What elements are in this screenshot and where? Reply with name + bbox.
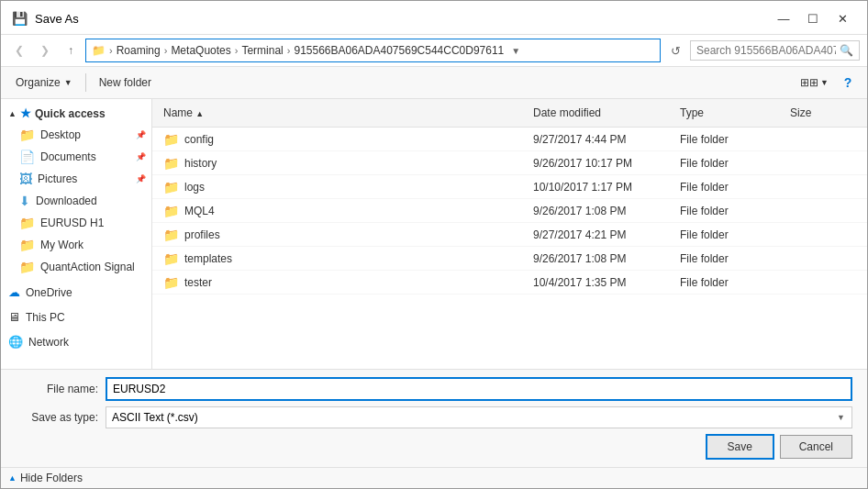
quick-access-section: ▲ ★ Quick access 📁 Desktop 📌 📄 Documents…	[1, 103, 151, 278]
file-size	[786, 208, 860, 214]
sidebar-item-thispc-label: This PC	[26, 311, 65, 324]
pictures-pin-icon: 📌	[136, 174, 146, 183]
file-type: File folder	[676, 178, 786, 196]
file-size	[786, 137, 860, 142]
quantaction-folder-icon: 📁	[19, 260, 35, 274]
file-type: File folder	[676, 202, 786, 220]
file-date: 10/10/2017 1:17 PM	[529, 178, 676, 196]
sidebar-item-network-label: Network	[28, 336, 69, 349]
maximize-button[interactable]: ☐	[799, 8, 827, 28]
filename-input-wrap	[106, 377, 852, 401]
file-name: logs	[184, 181, 205, 194]
sidebar-item-desktop[interactable]: 📁 Desktop 📌	[1, 124, 151, 146]
file-folder-icon: 📁	[163, 251, 179, 266]
sort-arrow-icon: ▲	[195, 109, 204, 118]
dialog-icon: 💾	[12, 11, 28, 26]
file-folder-icon: 📁	[163, 228, 179, 242]
sidebar-item-pictures[interactable]: 🖼 Pictures 📌	[1, 168, 151, 190]
file-folder-icon: 📁	[163, 132, 179, 147]
sidebar-item-onedrive[interactable]: ☁ OneDrive	[1, 282, 151, 303]
hide-folders-label: Hide Folders	[20, 472, 83, 484]
table-row[interactable]: 📁 logs 10/10/2017 1:17 PM File folder	[152, 175, 867, 199]
col-size[interactable]: Size	[786, 103, 860, 123]
table-row[interactable]: 📁 history 9/26/2017 10:17 PM File folder	[152, 151, 867, 175]
table-row[interactable]: 📁 config 9/27/2017 4:44 PM File folder	[152, 128, 867, 151]
up-button[interactable]: ↑	[60, 39, 82, 61]
col-date[interactable]: Date modified	[529, 103, 676, 123]
quick-access-header[interactable]: ▲ ★ Quick access	[1, 103, 151, 124]
sidebar-item-downloaded[interactable]: ⬇ Downloaded	[1, 190, 151, 212]
sidebar-item-thispc[interactable]: 🖥 This PC	[1, 306, 151, 328]
search-box[interactable]: 🔍	[690, 40, 860, 61]
documents-folder-icon: 📄	[19, 150, 35, 164]
desktop-pin-icon: 📌	[136, 130, 146, 139]
sidebar-item-mywork[interactable]: 📁 My Work	[1, 234, 151, 256]
save-as-dialog: 💾 Save As — ☐ ✕ ❮ ❯ ↑ 📁 › Roaming › Meta…	[0, 0, 868, 489]
path-dropdown-icon[interactable]: ▼	[511, 46, 520, 56]
filename-row: File name:	[16, 377, 852, 401]
refresh-button[interactable]: ↺	[664, 39, 686, 61]
sidebar-item-documents-label: Documents	[40, 150, 96, 163]
path-terminal[interactable]: Terminal	[241, 44, 283, 57]
saveas-select-wrap: ASCII Text (*.csv)	[106, 406, 852, 428]
toolbar-separator	[85, 73, 86, 92]
file-type: File folder	[676, 226, 786, 244]
col-name[interactable]: Name ▲	[160, 103, 529, 123]
table-row[interactable]: 📁 templates 9/26/2017 1:08 PM File folde…	[152, 247, 867, 271]
hide-folders-button[interactable]: ▲ Hide Folders	[1, 467, 867, 488]
forward-button[interactable]: ❯	[34, 39, 56, 61]
sidebar-item-documents[interactable]: 📄 Documents 📌	[1, 146, 151, 168]
table-row[interactable]: 📁 MQL4 9/26/2017 1:08 PM File folder	[152, 199, 867, 223]
file-name: config	[184, 133, 214, 146]
close-button[interactable]: ✕	[829, 8, 856, 28]
new-folder-label: New folder	[99, 76, 151, 89]
file-folder-icon: 📁	[163, 180, 179, 194]
new-folder-button[interactable]: New folder	[92, 72, 159, 93]
help-button[interactable]: ?	[836, 71, 860, 94]
save-button[interactable]: Save	[706, 434, 774, 460]
path-roaming[interactable]: Roaming	[117, 44, 161, 57]
thispc-section: 🖥 This PC	[1, 306, 151, 328]
file-type: File folder	[676, 250, 786, 268]
view-icon: ⊞⊞	[800, 76, 818, 89]
table-row[interactable]: 📁 profiles 9/27/2017 4:21 PM File folder	[152, 223, 867, 247]
file-size	[786, 256, 860, 261]
file-name: profiles	[184, 228, 220, 241]
file-list-area: Name ▲ Date modified Type Size 📁 config	[152, 99, 867, 369]
file-date: 9/26/2017 1:08 PM	[529, 250, 676, 268]
saveas-select[interactable]: ASCII Text (*.csv)	[106, 406, 852, 428]
back-button[interactable]: ❮	[8, 39, 30, 61]
file-type: File folder	[676, 154, 786, 172]
cancel-button[interactable]: Cancel	[780, 435, 852, 459]
quick-access-collapse-icon: ▲	[8, 109, 17, 118]
quick-access-star-icon: ★	[20, 106, 31, 120]
sidebar-item-downloaded-label: Downloaded	[36, 194, 97, 207]
view-button[interactable]: ⊞⊞ ▼	[795, 72, 834, 93]
organize-button[interactable]: Organize ▼	[8, 72, 80, 93]
eurusd-folder-icon: 📁	[19, 216, 35, 230]
file-folder-icon: 📁	[163, 156, 179, 171]
sidebar-item-quantaction[interactable]: 📁 QuantAction Signal	[1, 256, 151, 278]
search-icon: 🔍	[840, 44, 853, 57]
filename-input[interactable]	[106, 377, 852, 401]
view-dropdown-icon: ▼	[820, 78, 829, 87]
mywork-folder-icon: 📁	[19, 238, 35, 252]
table-row[interactable]: 📁 tester 10/4/2017 1:35 PM File folder	[152, 271, 867, 295]
saveas-row: Save as type: ASCII Text (*.csv)	[16, 406, 852, 428]
address-path[interactable]: 📁 › Roaming › MetaQuotes › Terminal › 91…	[85, 39, 661, 62]
desktop-folder-icon: 📁	[19, 128, 35, 142]
file-date: 9/26/2017 10:17 PM	[529, 154, 676, 172]
sidebar-item-network[interactable]: 🌐 Network	[1, 331, 151, 352]
thispc-icon: 🖥	[8, 310, 20, 324]
path-guid[interactable]: 915566BA06ADA407569C544CC0D97611	[294, 44, 504, 57]
sidebar-item-quantaction-label: QuantAction Signal	[40, 261, 135, 273]
minimize-button[interactable]: —	[770, 8, 797, 28]
file-date: 9/27/2017 4:44 PM	[529, 130, 676, 149]
col-type[interactable]: Type	[676, 103, 786, 123]
search-input[interactable]	[696, 44, 836, 57]
file-type: File folder	[676, 273, 786, 292]
sidebar-item-eurusd[interactable]: 📁 EURUSD H1	[1, 212, 151, 234]
path-metaquotes[interactable]: MetaQuotes	[171, 44, 230, 57]
file-name: tester	[184, 276, 212, 289]
file-list-header: Name ▲ Date modified Type Size	[152, 99, 867, 128]
